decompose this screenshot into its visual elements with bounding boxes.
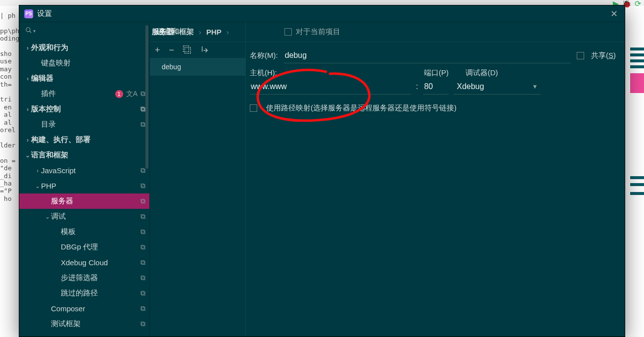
tree-node-服务器[interactable]: 服务器⧉ [19,193,149,209]
tree-node-PHP[interactable]: ⌄PHP⧉ [19,178,149,193]
debugger-select[interactable]: Xdebug ▼ [454,79,541,95]
settings-tree-panel: ▾ ›外观和行为键盘映射›编辑器插件1文A⧉›版本控制⧉目录⧉›构建、执行、部署… [19,22,150,337]
share-checkbox[interactable] [577,52,584,59]
tree-node-label: Composer [51,304,140,313]
close-icon[interactable]: ✕ [608,8,620,20]
tree-node-label: 模板 [61,227,140,237]
tree-node-步进筛选器[interactable]: 步进筛选器⧉ [19,270,149,286]
svg-point-0 [26,27,30,31]
tree-node-label: 服务器 [51,196,140,206]
dialog-title: 设置 [37,9,52,18]
tree-node-目录[interactable]: 目录⧉ [19,117,149,132]
path-mapping-checkbox[interactable] [250,104,257,112]
bg-teal-mark [630,53,644,56]
expand-arrow-icon: ⌄ [24,152,31,159]
host-header-row: 主机(H): 端口(P) 调试器(D) [250,68,616,78]
server-detail-panel: 服务器 对于当前项目 名称(M): 共享(S) 主机(H): 端口(P) 调试器… [246,22,625,337]
project-only-label: 对于当前项目 [296,27,340,37]
bg-teal-mark [630,183,644,186]
host-input-row: : Xdebug ▼ [250,79,616,95]
project-scope-icon: ⧉ [140,304,145,313]
copy-button[interactable]: ⿻ [183,45,192,55]
tree-node-外观和行为[interactable]: ›外观和行为 [19,40,149,55]
project-scope-icon: ⧉ [140,258,145,267]
tree-node-Composer[interactable]: Composer⧉ [19,301,149,316]
settings-search-row: ▾ [19,22,149,39]
tree-node-label: 外观和行为 [31,43,145,52]
tree-node-跳过的路径[interactable]: 跳过的路径⧉ [19,286,149,301]
bg-teal-mark [630,65,644,68]
tree-node-版本控制[interactable]: ›版本控制⧉ [19,101,149,117]
expand-arrow-icon: › [24,75,31,82]
tree-node-键盘映射[interactable]: 键盘映射 [19,55,149,71]
name-label: 名称(M): [250,51,278,60]
share-label: 共享(S) [591,51,616,60]
tree-node-语言和框架[interactable]: ⌄语言和框架 [19,147,149,163]
tree-node-label: 调试 [51,212,140,221]
tree-node-DBGp 代理[interactable]: DBGp 代理⧉ [19,240,149,255]
bg-highlight-pink [630,73,644,93]
server-form: 名称(M): 共享(S) 主机(H): 端口(P) 调试器(D) : [246,42,625,113]
expand-arrow-icon: ⌄ [44,213,51,220]
path-mapping-row: 使用路径映射(选择服务器是远程服务器还是使用符号链接) [250,103,616,113]
chevron-right-icon: › [227,28,229,36]
project-scope-icon: ⧉ [140,212,145,221]
project-scope-icon: ⧉ [140,320,145,328]
server-list-item[interactable]: debug [150,58,245,76]
project-scope-icon: ⧉ [140,90,145,98]
project-scope-icon: ⧉ [140,120,145,129]
tree-node-label: 步进筛选器 [61,273,140,283]
locale-icon: 文A [126,90,138,98]
dialog-titlebar: PS 设置 ✕ [19,5,625,22]
colon-separator: : [416,82,418,91]
tree-node-label: 插件 [41,89,115,98]
debugger-label: 调试器(D) [465,68,550,78]
tree-node-调试[interactable]: ⌄调试⧉ [19,209,149,224]
rerun-icon[interactable]: ⟳ [635,0,641,8]
server-list-toolbar: + − ⿻ [150,42,245,58]
host-input[interactable] [250,79,411,95]
tree-node-插件[interactable]: 插件1文A⧉ [19,86,149,101]
bg-teal-mark [630,176,644,179]
bg-teal-mark [630,192,644,195]
tree-node-JavaScript[interactable]: ›JavaScript⧉ [19,163,149,178]
svg-line-1 [30,31,32,33]
project-scope-icon: ⧉ [140,197,145,205]
add-button[interactable]: + [155,45,160,55]
breadcrumb-tail-row: 服务器 对于当前项目 [246,22,625,42]
tree-node-构建、执行、部署[interactable]: ›构建、执行、部署 [19,132,149,147]
project-scope-icon: ⧉ [140,228,145,236]
remove-button[interactable]: − [169,45,175,55]
bg-code-left: | ph pp\ph oding sho use may con th= tri… [0,12,19,202]
breadcrumb-2[interactable]: PHP [206,28,222,36]
bg-teal-mark [630,59,644,62]
tree-scrollbar[interactable] [145,25,148,169]
project-only-checkbox[interactable] [284,28,292,36]
project-scope-icon: ⧉ [140,289,145,297]
tree-node-label: 构建、执行、部署 [31,135,145,144]
settings-search-input[interactable] [36,27,149,35]
host-label: 主机(H): [250,68,412,78]
tree-node-模板[interactable]: 模板⧉ [19,224,149,240]
expand-arrow-icon: › [24,106,31,113]
path-mapping-label: 使用路径映射(选择服务器是远程服务器还是使用符号链接) [266,103,457,113]
tree-node-测试框架[interactable]: 测试框架⧉ [19,316,149,332]
breadcrumb-3[interactable]: 服务器 [152,27,174,37]
tree-node-label: 目录 [41,120,140,129]
tree-node-编辑器[interactable]: ›编辑器 [19,71,149,86]
port-input[interactable] [423,79,449,95]
server-name-input[interactable] [284,48,571,63]
chevron-down-icon: ▼ [532,83,538,90]
project-scope-icon: ⧉ [140,105,145,113]
settings-tree[interactable]: ›外观和行为键盘映射›编辑器插件1文A⧉›版本控制⧉目录⧉›构建、执行、部署⌄语… [19,39,149,337]
tree-node-label: JavaScript [41,166,140,175]
tree-node-label: 版本控制 [31,104,140,114]
tree-node-label: 跳过的路径 [61,289,140,298]
tree-node-label: 语言和框架 [31,150,145,160]
name-row: 名称(M): 共享(S) [250,48,616,63]
server-list: debug [150,58,245,337]
phpstorm-icon: PS [24,9,33,18]
import-button[interactable] [201,45,209,55]
tree-node-Xdebug Cloud[interactable]: Xdebug Cloud⧉ [19,255,149,270]
project-scope-icon: ⧉ [140,274,145,282]
